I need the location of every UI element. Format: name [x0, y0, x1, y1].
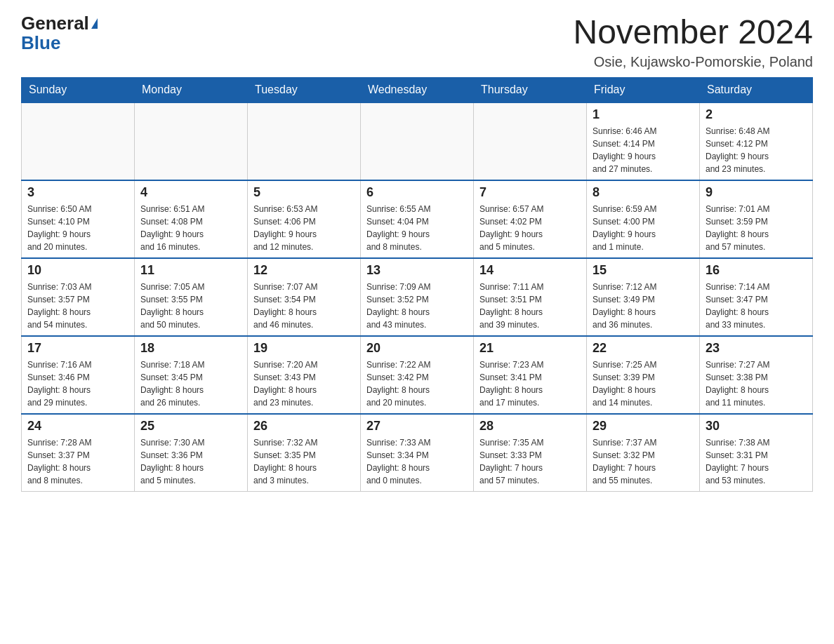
logo-blue: Blue: [21, 32, 60, 53]
day-number: 1: [593, 107, 694, 122]
day-number: 24: [27, 419, 128, 434]
weekday-header-tuesday: Tuesday: [248, 77, 361, 102]
day-number: 10: [27, 263, 128, 278]
calendar-cell: 3Sunrise: 6:50 AMSunset: 4:10 PMDaylight…: [22, 180, 135, 258]
calendar-cell: 8Sunrise: 6:59 AMSunset: 4:00 PMDaylight…: [587, 180, 700, 258]
weekday-header-saturday: Saturday: [700, 77, 813, 102]
calendar-cell: 4Sunrise: 6:51 AMSunset: 4:08 PMDaylight…: [135, 180, 248, 258]
calendar-week-4: 17Sunrise: 7:16 AMSunset: 3:46 PMDayligh…: [22, 336, 813, 414]
day-info: Sunrise: 7:37 AMSunset: 3:32 PMDaylight:…: [593, 436, 694, 487]
day-number: 4: [140, 185, 241, 200]
calendar-cell: [22, 102, 135, 180]
calendar-week-1: 1Sunrise: 6:46 AMSunset: 4:14 PMDaylight…: [22, 102, 813, 180]
calendar-cell: 25Sunrise: 7:30 AMSunset: 3:36 PMDayligh…: [135, 414, 248, 492]
weekday-header-monday: Monday: [135, 77, 248, 102]
calendar-cell: 23Sunrise: 7:27 AMSunset: 3:38 PMDayligh…: [700, 336, 813, 414]
calendar-cell: 29Sunrise: 7:37 AMSunset: 3:32 PMDayligh…: [587, 414, 700, 492]
calendar-cell: [135, 102, 248, 180]
calendar-cell: 28Sunrise: 7:35 AMSunset: 3:33 PMDayligh…: [474, 414, 587, 492]
day-number: 11: [140, 263, 241, 278]
day-number: 13: [366, 263, 468, 278]
day-number: 26: [253, 419, 355, 434]
day-number: 21: [479, 341, 581, 356]
day-info: Sunrise: 7:11 AMSunset: 3:51 PMDaylight:…: [479, 281, 581, 331]
day-info: Sunrise: 6:57 AMSunset: 4:02 PMDaylight:…: [479, 203, 581, 253]
day-info: Sunrise: 7:35 AMSunset: 3:33 PMDaylight:…: [479, 436, 581, 487]
day-number: 7: [479, 185, 581, 200]
calendar-week-2: 3Sunrise: 6:50 AMSunset: 4:10 PMDaylight…: [22, 180, 813, 258]
day-info: Sunrise: 7:27 AMSunset: 3:38 PMDaylight:…: [706, 358, 807, 409]
day-info: Sunrise: 7:16 AMSunset: 3:46 PMDaylight:…: [27, 358, 128, 409]
calendar-week-5: 24Sunrise: 7:28 AMSunset: 3:37 PMDayligh…: [22, 414, 813, 492]
calendar-cell: 27Sunrise: 7:33 AMSunset: 3:34 PMDayligh…: [361, 414, 474, 492]
calendar-cell: 13Sunrise: 7:09 AMSunset: 3:52 PMDayligh…: [361, 258, 474, 336]
calendar-cell: 14Sunrise: 7:11 AMSunset: 3:51 PMDayligh…: [474, 258, 587, 336]
calendar-header-row: SundayMondayTuesdayWednesdayThursdayFrid…: [22, 77, 813, 102]
calendar-cell: 30Sunrise: 7:38 AMSunset: 3:31 PMDayligh…: [700, 414, 813, 492]
calendar-cell: 12Sunrise: 7:07 AMSunset: 3:54 PMDayligh…: [248, 258, 361, 336]
calendar-cell: 26Sunrise: 7:32 AMSunset: 3:35 PMDayligh…: [248, 414, 361, 492]
day-number: 2: [706, 107, 807, 122]
day-number: 23: [706, 341, 807, 356]
day-number: 9: [706, 185, 807, 200]
day-info: Sunrise: 7:25 AMSunset: 3:39 PMDaylight:…: [593, 358, 694, 409]
calendar-cell: 1Sunrise: 6:46 AMSunset: 4:14 PMDaylight…: [587, 102, 700, 180]
day-info: Sunrise: 6:46 AMSunset: 4:14 PMDaylight:…: [593, 125, 694, 175]
calendar-cell: 22Sunrise: 7:25 AMSunset: 3:39 PMDayligh…: [587, 336, 700, 414]
day-number: 19: [253, 341, 355, 356]
title-block: November 2024 Osie, Kujawsko-Pomorskie, …: [573, 14, 813, 70]
day-info: Sunrise: 7:09 AMSunset: 3:52 PMDaylight:…: [366, 281, 468, 331]
calendar-week-3: 10Sunrise: 7:03 AMSunset: 3:57 PMDayligh…: [22, 258, 813, 336]
day-number: 8: [593, 185, 694, 200]
calendar-cell: 20Sunrise: 7:22 AMSunset: 3:42 PMDayligh…: [361, 336, 474, 414]
month-title: November 2024: [573, 14, 813, 51]
day-number: 18: [140, 341, 241, 356]
calendar-cell: 2Sunrise: 6:48 AMSunset: 4:12 PMDaylight…: [700, 102, 813, 180]
day-number: 27: [366, 419, 468, 434]
day-info: Sunrise: 6:48 AMSunset: 4:12 PMDaylight:…: [706, 125, 807, 175]
calendar-cell: 19Sunrise: 7:20 AMSunset: 3:43 PMDayligh…: [248, 336, 361, 414]
day-number: 5: [253, 185, 355, 200]
calendar-cell: 17Sunrise: 7:16 AMSunset: 3:46 PMDayligh…: [22, 336, 135, 414]
day-number: 16: [706, 263, 807, 278]
day-info: Sunrise: 6:59 AMSunset: 4:00 PMDaylight:…: [593, 203, 694, 253]
weekday-header-friday: Friday: [587, 77, 700, 102]
day-number: 29: [593, 419, 694, 434]
page-header: General Blue November 2024 Osie, Kujawsk…: [21, 14, 813, 70]
day-info: Sunrise: 7:22 AMSunset: 3:42 PMDaylight:…: [366, 358, 468, 409]
day-info: Sunrise: 7:20 AMSunset: 3:43 PMDaylight:…: [253, 358, 355, 409]
calendar-cell: [474, 102, 587, 180]
day-info: Sunrise: 7:38 AMSunset: 3:31 PMDaylight:…: [706, 436, 807, 487]
day-info: Sunrise: 7:32 AMSunset: 3:35 PMDaylight:…: [253, 436, 355, 487]
logo: General Blue: [21, 14, 98, 52]
weekday-header-sunday: Sunday: [22, 77, 135, 102]
calendar-cell: 24Sunrise: 7:28 AMSunset: 3:37 PMDayligh…: [22, 414, 135, 492]
calendar-cell: 5Sunrise: 6:53 AMSunset: 4:06 PMDaylight…: [248, 180, 361, 258]
calendar-cell: 7Sunrise: 6:57 AMSunset: 4:02 PMDaylight…: [474, 180, 587, 258]
day-number: 25: [140, 419, 241, 434]
day-info: Sunrise: 6:55 AMSunset: 4:04 PMDaylight:…: [366, 203, 468, 253]
weekday-header-thursday: Thursday: [474, 77, 587, 102]
calendar-cell: 6Sunrise: 6:55 AMSunset: 4:04 PMDaylight…: [361, 180, 474, 258]
calendar-cell: 16Sunrise: 7:14 AMSunset: 3:47 PMDayligh…: [700, 258, 813, 336]
logo-triangle-icon: [91, 18, 98, 29]
weekday-header-wednesday: Wednesday: [361, 77, 474, 102]
day-info: Sunrise: 7:14 AMSunset: 3:47 PMDaylight:…: [706, 281, 807, 331]
day-number: 28: [479, 419, 581, 434]
day-number: 22: [593, 341, 694, 356]
calendar-cell: [361, 102, 474, 180]
day-info: Sunrise: 6:50 AMSunset: 4:10 PMDaylight:…: [27, 203, 128, 253]
calendar-cell: [248, 102, 361, 180]
day-info: Sunrise: 7:30 AMSunset: 3:36 PMDaylight:…: [140, 436, 241, 487]
logo-general: General: [21, 13, 89, 34]
day-info: Sunrise: 7:03 AMSunset: 3:57 PMDaylight:…: [27, 281, 128, 331]
calendar-cell: 15Sunrise: 7:12 AMSunset: 3:49 PMDayligh…: [587, 258, 700, 336]
day-info: Sunrise: 7:12 AMSunset: 3:49 PMDaylight:…: [593, 281, 694, 331]
day-info: Sunrise: 6:53 AMSunset: 4:06 PMDaylight:…: [253, 203, 355, 253]
day-number: 14: [479, 263, 581, 278]
day-number: 15: [593, 263, 694, 278]
day-info: Sunrise: 7:18 AMSunset: 3:45 PMDaylight:…: [140, 358, 241, 409]
day-number: 20: [366, 341, 468, 356]
day-info: Sunrise: 7:23 AMSunset: 3:41 PMDaylight:…: [479, 358, 581, 409]
calendar-cell: 21Sunrise: 7:23 AMSunset: 3:41 PMDayligh…: [474, 336, 587, 414]
